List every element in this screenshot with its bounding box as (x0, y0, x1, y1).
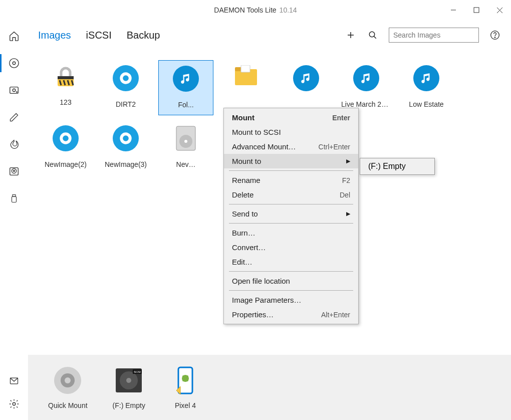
image-item[interactable]: Nev… (158, 120, 213, 175)
menu-mount-to[interactable]: Mount to▶ (224, 154, 358, 168)
submenu-arrow-icon: ▶ (346, 211, 350, 217)
sidebar-drive[interactable] (8, 84, 20, 96)
maximize-button[interactable] (465, 0, 488, 20)
lock-icon (54, 65, 78, 89)
sidebar-burn[interactable] (8, 138, 20, 150)
menu-separator (229, 290, 353, 291)
item-label: Live March 20… (341, 100, 391, 108)
svg-point-42 (65, 377, 71, 383)
music-icon (353, 65, 379, 91)
menu-image-parameters[interactable]: Image Parameters… (224, 293, 358, 307)
menu-mount-scsi[interactable]: Mount to SCSI (224, 125, 358, 139)
add-button[interactable] (345, 29, 357, 41)
mount-to-submenu: (F:) Empty (360, 158, 435, 175)
drive-label: Pixel 4 (175, 401, 196, 409)
image-item-selected[interactable]: Fol... (158, 60, 213, 115)
sidebar-usb[interactable] (8, 192, 20, 204)
target-icon (53, 125, 79, 151)
sidebar-images[interactable] (8, 57, 20, 69)
help-button[interactable] (489, 29, 501, 41)
image-item[interactable]: DIRT2 (98, 60, 153, 115)
svg-text:SCSI: SCSI (134, 370, 141, 373)
svg-point-29 (123, 75, 129, 81)
item-label: 123 (60, 98, 71, 106)
submenu-arrow-icon: ▶ (346, 158, 350, 164)
svg-point-45 (126, 378, 131, 383)
item-label: NewImage(2) (45, 160, 87, 168)
music-icon (173, 66, 199, 92)
svg-point-39 (184, 140, 187, 143)
svg-point-34 (63, 135, 69, 141)
menu-separator (229, 170, 353, 171)
target-icon (113, 125, 139, 151)
menu-open-location[interactable]: Open file location (224, 274, 358, 288)
item-label: Fol... (178, 101, 193, 109)
submenu-f-empty[interactable]: (F:) Empty (360, 158, 434, 174)
tab-iscsi[interactable]: iSCSI (86, 30, 112, 41)
svg-point-5 (13, 62, 16, 65)
menu-edit[interactable]: Edit… (224, 255, 358, 269)
item-label: DIRT2 (116, 100, 136, 108)
image-item[interactable] (279, 60, 334, 115)
music-icon (293, 65, 319, 91)
svg-point-21 (494, 37, 495, 38)
title-bar: DAEMON Tools Lite 10.14 (0, 0, 511, 20)
iso-icon (175, 125, 196, 151)
drive-label: Quick Mount (48, 401, 88, 409)
svg-rect-23 (58, 76, 74, 79)
menu-burn[interactable]: Burn… (224, 226, 358, 240)
app-name: DAEMON Tools Lite (214, 6, 276, 14)
image-item[interactable]: NewImage(3) (98, 120, 153, 175)
svg-rect-13 (12, 196, 17, 202)
menu-convert[interactable]: Convert… (224, 240, 358, 255)
sidebar-hdd[interactable] (8, 165, 20, 177)
image-item[interactable]: Live March 20… (339, 60, 394, 115)
close-button[interactable] (488, 0, 511, 20)
search-icon[interactable] (367, 29, 379, 41)
item-label: Low Estate (409, 100, 443, 108)
image-item[interactable]: Low Estate (399, 60, 454, 115)
music-icon (413, 65, 439, 91)
item-label: Nev… (176, 160, 196, 168)
sidebar-news[interactable] (8, 375, 20, 387)
window-controls (442, 0, 511, 20)
svg-point-36 (123, 135, 129, 141)
svg-point-10 (12, 169, 16, 173)
menu-properties[interactable]: Properties…Alt+Enter (224, 307, 358, 322)
tab-backup[interactable]: Backup (127, 30, 160, 41)
svg-rect-1 (474, 8, 479, 13)
scsi-drive-icon: SCSI (114, 365, 144, 395)
image-item[interactable]: 123 (38, 60, 93, 115)
svg-rect-50 (182, 375, 188, 381)
image-item[interactable] (218, 60, 274, 115)
quick-mount-icon (53, 365, 83, 395)
sidebar-home[interactable] (8, 30, 20, 42)
phone-icon (170, 365, 200, 395)
sidebar-edit[interactable] (8, 111, 20, 123)
item-label: NewImage(3) (105, 160, 147, 168)
sidebar-settings[interactable] (8, 398, 20, 410)
svg-point-7 (13, 89, 16, 92)
tab-images[interactable]: Images (38, 30, 71, 41)
menu-delete[interactable]: DeleteDel (224, 187, 358, 202)
menu-send-to[interactable]: Send to▶ (224, 206, 358, 221)
drive-quick-mount[interactable]: Quick Mount (48, 365, 88, 409)
drives-bar: Quick Mount SCSI (F:) Empty Pixel 4 (28, 355, 511, 420)
drive-f-empty[interactable]: SCSI (F:) Empty (113, 365, 145, 409)
menu-separator (229, 204, 353, 204)
folder-icon (233, 65, 259, 87)
drive-pixel4[interactable]: Pixel 4 (170, 365, 200, 409)
menu-rename[interactable]: RenameF2 (224, 173, 358, 187)
svg-point-8 (17, 92, 17, 92)
menu-mount[interactable]: MountEnter (224, 110, 358, 125)
minimize-button[interactable] (442, 0, 465, 20)
menu-advanced-mount[interactable]: Advanced Mount…Ctrl+Enter (224, 139, 358, 154)
toolbar: Images iSCSI Backup (28, 20, 511, 50)
target-icon (113, 65, 139, 91)
svg-point-4 (10, 59, 19, 68)
image-item[interactable]: NewImage(2) (38, 120, 93, 175)
context-menu: MountEnter Mount to SCSI Advanced Mount…… (223, 108, 359, 324)
app-version: 10.14 (280, 6, 297, 14)
svg-rect-32 (241, 65, 250, 72)
search-input[interactable] (389, 28, 479, 43)
